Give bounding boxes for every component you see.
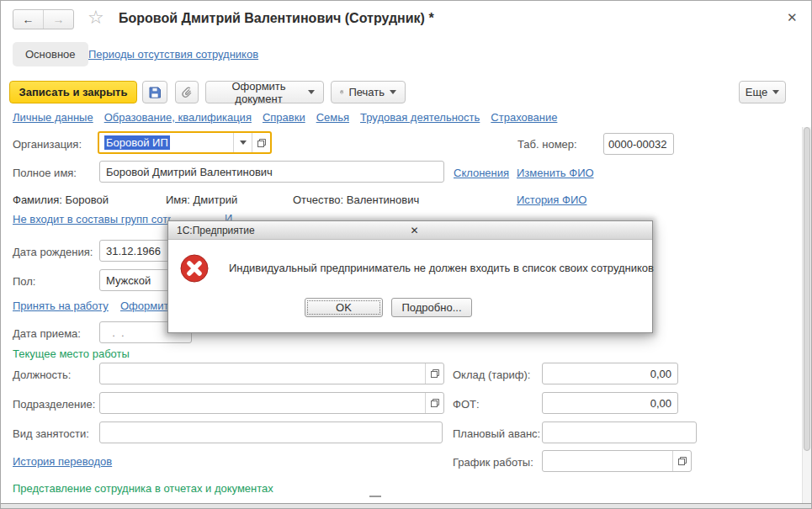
forward-arrow-icon: → [53, 13, 65, 26]
link-certificates[interactable]: Справки [263, 111, 305, 124]
collapsed-element-dash [369, 496, 381, 497]
dialog-title: 1С:Предприятие [177, 225, 411, 236]
transfer-history-link[interactable]: История переводов [13, 455, 112, 468]
print-button[interactable]: Печать [331, 81, 406, 103]
department-field[interactable] [99, 392, 444, 414]
dialog-ok-button[interactable]: OK [305, 298, 383, 317]
scrollbar-thumb[interactable] [804, 127, 810, 451]
save-button[interactable] [142, 81, 167, 103]
tab-main[interactable]: Основное [13, 42, 88, 66]
error-dialog: 1С:Предприятие ✕ Индивидуальный предприн… [167, 220, 653, 333]
create-document-label: Оформить документ [215, 80, 303, 105]
work-schedule-open-button[interactable] [672, 451, 691, 471]
hire-link[interactable]: Принять на работу [13, 300, 109, 312]
page-title: Боровой Дмитрий Валентинович (Сотрудник)… [119, 11, 434, 26]
position-label: Должность: [13, 368, 71, 381]
more-label: Еще [746, 86, 767, 98]
back-arrow-icon: ← [23, 13, 34, 26]
hire-date-label: Дата приема: [13, 327, 81, 340]
dialog-close-button[interactable]: ✕ [411, 225, 645, 236]
back-button[interactable]: ← [13, 10, 43, 29]
planned-advance-input[interactable] [542, 422, 697, 443]
paperclip-icon [180, 86, 194, 99]
patronymic-text: Отчество: Валентинович [293, 194, 419, 206]
more-button[interactable]: Еще [739, 81, 786, 103]
dialog-title-bar[interactable]: 1С:Предприятие ✕ [168, 221, 652, 240]
error-icon [180, 254, 209, 283]
planned-advance-label: Плановый аванс: [453, 427, 540, 440]
link-insurance[interactable]: Страхование [491, 111, 557, 124]
tab-absence-periods[interactable]: Периоды отсутствия сотрудников [88, 48, 258, 61]
salary-label: Оклад (тариф): [453, 368, 530, 381]
save-and-close-button[interactable]: Записать и закрыть [9, 81, 137, 103]
link-personal-data[interactable]: Личные данные [13, 111, 93, 124]
open-in-window-icon [677, 456, 687, 466]
organization-dropdown-button[interactable] [233, 133, 252, 152]
full-name-label: Полное имя: [13, 167, 77, 179]
vertical-scrollbar[interactable] [802, 127, 811, 503]
attachments-button[interactable] [175, 81, 199, 103]
gender-label: Пол: [13, 275, 36, 288]
salary-input[interactable] [542, 363, 678, 384]
full-name-input[interactable] [99, 161, 444, 183]
open-in-window-icon [257, 138, 267, 148]
position-value [100, 363, 425, 384]
work-schedule-label: График работы: [453, 456, 533, 469]
change-fio-link[interactable]: Изменить ФИО [517, 167, 594, 179]
dialog-details-button[interactable]: Подробно... [391, 298, 472, 317]
name-text: Имя: Дмитрий [166, 194, 237, 206]
fot-input[interactable] [542, 392, 678, 414]
dialog-message: Индивидуальный предприниматель не должен… [229, 262, 654, 274]
employee-groups-link[interactable]: Не входит в составы групп сотрудников. И… [13, 213, 171, 225]
create-document-button[interactable]: Оформить документ [205, 81, 324, 103]
birth-date-label: Дата рождения: [13, 246, 93, 258]
work-schedule-value [543, 451, 672, 471]
nav-history-group: ← → [13, 9, 74, 29]
open-in-window-icon [430, 368, 440, 379]
chevron-down-icon [390, 90, 396, 94]
printer-icon [340, 86, 343, 98]
surname-text: Фамилия: Боровой [13, 194, 109, 206]
fio-history-link[interactable]: История ФИО [517, 194, 586, 206]
window-bottom-edge [1, 503, 812, 509]
employment-type-label: Вид занятости: [13, 427, 89, 440]
organization-value: Боровой ИП [104, 135, 170, 150]
open-in-window-icon [430, 398, 440, 408]
department-value [100, 393, 425, 413]
tab-number-label: Таб. номер: [517, 138, 577, 151]
link-work-activity[interactable]: Трудовая деятельность [360, 111, 480, 124]
window-close-button[interactable]: ✕ [787, 10, 798, 25]
print-label: Печать [348, 86, 385, 98]
hire-document-link[interactable]: Оформить [120, 300, 174, 312]
organization-field[interactable]: Боровой ИП [98, 131, 272, 154]
tab-number-input[interactable] [603, 133, 674, 155]
chevron-down-icon [772, 90, 779, 94]
representation-header: Представление сотрудника в отчетах и док… [13, 482, 273, 495]
declension-link[interactable]: Склонения [454, 167, 509, 179]
forward-button[interactable]: → [43, 10, 73, 29]
floppy-icon [148, 86, 162, 99]
chevron-down-icon [308, 90, 315, 94]
organization-label: Организация: [13, 138, 82, 151]
favorite-star-icon[interactable]: ☆ [88, 7, 104, 29]
work-schedule-field[interactable] [542, 450, 692, 472]
employee-form-window: ← → ☆ Боровой Дмитрий Валентинович (Сотр… [0, 0, 812, 509]
position-field[interactable] [99, 363, 444, 384]
link-education[interactable]: Образование, квалификация [104, 111, 252, 124]
chevron-down-icon [240, 141, 247, 145]
section-links: Личные данные Образование, квалификация … [13, 111, 557, 124]
link-family[interactable]: Семья [316, 111, 349, 124]
department-open-button[interactable] [425, 393, 443, 413]
position-open-button[interactable] [425, 363, 443, 384]
fot-label: ФОТ: [453, 398, 480, 411]
employment-type-input[interactable] [99, 422, 443, 443]
department-label: Подразделение: [13, 398, 95, 411]
organization-open-button[interactable] [252, 133, 270, 152]
current-job-header: Текущее место работы [13, 347, 130, 360]
